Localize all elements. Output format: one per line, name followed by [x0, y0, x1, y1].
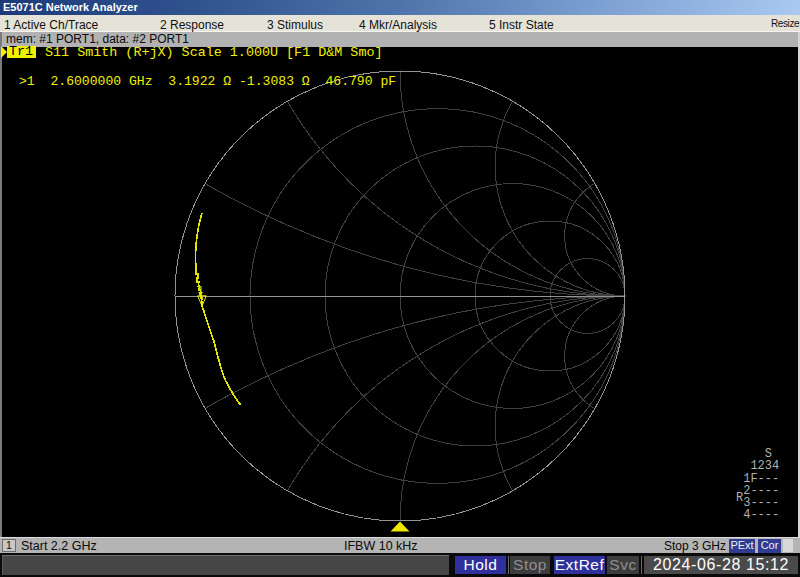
svg-text:1: 1 [198, 285, 204, 296]
